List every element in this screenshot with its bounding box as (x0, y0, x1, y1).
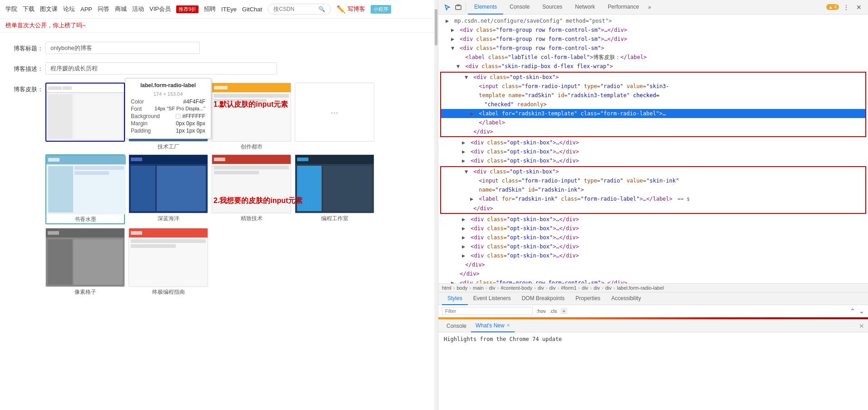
expand-arrow-22[interactable]: ▶ (462, 224, 467, 232)
expand-arrow-28[interactable]: ▶ (451, 279, 456, 283)
tab-sources[interactable]: Sources (536, 0, 569, 15)
collapse-arrow-3[interactable]: ▼ (451, 44, 456, 52)
tab-event-listeners[interactable]: Event Listeners (468, 292, 516, 305)
skin-item-book[interactable]: 书香水墨 (45, 154, 125, 224)
nav-iteye[interactable]: ITEye (221, 6, 237, 13)
nav-imgcourse[interactable]: 图文课 (40, 5, 58, 13)
mini-btn[interactable]: 小程序 (371, 5, 391, 14)
console-close-btn[interactable]: ✕ (859, 322, 864, 330)
expand-arrow-15[interactable]: ▶ (462, 157, 467, 165)
html-line-17[interactable]: <input class="form-radio-input" type="ra… (441, 176, 865, 185)
title-input[interactable] (45, 42, 200, 54)
tab-more[interactable]: » (645, 4, 654, 10)
html-line-9[interactable]: "checked" readonly> (441, 100, 865, 109)
html-line-8[interactable]: template name="radSkin" id="radskin3-tem… (441, 91, 865, 100)
skin-item-creative[interactable]: 创作都市 (212, 83, 291, 151)
html-line-10[interactable]: ▶ <label for="radskin3-template" class="… (441, 109, 865, 118)
html-line-23[interactable]: ▶ <div class="opt-skin-box">…</div> (438, 233, 868, 242)
nav-activity[interactable]: 活动 (132, 5, 144, 13)
breadcrumb-main[interactable]: main (473, 285, 484, 291)
html-line-20[interactable]: </div> (441, 204, 865, 213)
search-box[interactable]: 🔍 (268, 4, 331, 15)
filter-plus[interactable]: + (560, 308, 567, 314)
expand-arrow-1[interactable]: ▶ (451, 26, 456, 34)
html-line-26[interactable]: </div> (438, 260, 868, 269)
filter-input[interactable] (442, 307, 533, 315)
expand-arrow-14[interactable]: ▶ (462, 148, 467, 156)
skin-item-ultimate[interactable]: 终极编程指南 (129, 228, 208, 296)
html-line-12[interactable]: </div> (441, 127, 865, 136)
box-tool-icon[interactable] (453, 2, 464, 13)
search-input[interactable] (273, 6, 316, 12)
ranking-bar[interactable]: 榜单首次大公开，你上榜了吗~ (0, 19, 438, 33)
html-line-15[interactable]: ▶ <div class="opt-skin-box">…</div> (438, 156, 868, 165)
html-line-3[interactable]: ▼ <div class="form-group row form-contro… (438, 44, 868, 53)
html-line-5[interactable]: ▼ <div class="skin-radip-box d-flex flex… (438, 62, 868, 71)
whatsnew-close-icon[interactable]: ✕ (506, 323, 510, 328)
html-line-19[interactable]: ▶ <label for="radskin-ink" class="form-r… (441, 194, 865, 204)
breadcrumb-div1[interactable]: div (489, 285, 496, 291)
html-line-13[interactable]: ▶ <div class="opt-skin-box">…</div> (438, 138, 868, 147)
expand-arrow-25[interactable]: ▶ (462, 252, 467, 260)
tab-accessibility[interactable]: Accessibility (606, 292, 646, 305)
tab-network[interactable]: Network (569, 0, 601, 15)
nav-download[interactable]: 下载 (23, 5, 35, 13)
nav-app[interactable]: APP (80, 6, 92, 13)
tab-console[interactable]: Console (503, 0, 536, 15)
html-line[interactable]: ▶ mp.csdn.net/configure/saveConfig" meth… (438, 16, 868, 25)
scrollbar[interactable] (434, 0, 438, 410)
expand-arrow-19[interactable]: ▶ (470, 195, 476, 203)
html-line-4[interactable]: <label class="labTitle col-form-label">博… (438, 53, 868, 62)
breadcrumb-div3[interactable]: div (549, 285, 556, 291)
nav-vip[interactable]: VIP会员 (149, 5, 171, 13)
nav-forum[interactable]: 论坛 (63, 5, 75, 13)
write-btn[interactable]: 写博客 (347, 5, 365, 13)
tab-dom-breakpoints[interactable]: DOM Breakpoints (516, 292, 570, 305)
breadcrumb-content-body[interactable]: #content-body (501, 285, 532, 291)
nav-shop[interactable]: 商城 (115, 5, 127, 13)
html-line-28[interactable]: ▶ <div class="form-group row form-contro… (438, 278, 868, 283)
nav-gitchat[interactable]: GitChat (242, 6, 262, 13)
breadcrumb-label[interactable]: label.form-radio-label (617, 285, 664, 291)
skin-item-default[interactable]: label.form-radio-label 174 × 153.04 Colo… (45, 83, 125, 151)
nav-recruit[interactable]: 招聘 (204, 5, 216, 13)
expand-arrow-24[interactable]: ▶ (462, 242, 467, 251)
expand-arrow-23[interactable]: ▶ (462, 233, 467, 242)
expand-arrow-10[interactable]: ▶ (470, 109, 476, 118)
console-tab-console[interactable]: Console (442, 320, 471, 332)
nav-academy[interactable]: 学院 (5, 5, 17, 13)
filter-cls[interactable]: .cls (550, 308, 557, 314)
breadcrumb-form1[interactable]: #form1 (561, 285, 576, 291)
html-line-24[interactable]: ▶ <div class="opt-skin-box">…</div> (438, 242, 868, 251)
breadcrumb-div6[interactable]: div (605, 285, 611, 291)
nav-qa[interactable]: 问答 (98, 5, 109, 13)
expand-arrow-21[interactable]: ▶ (462, 215, 467, 223)
collapse-arrow-16[interactable]: ▼ (465, 168, 470, 176)
filter-chevron-up[interactable]: ⌃ (850, 307, 855, 315)
html-line-1[interactable]: ▶ <div class="form-group row form-contro… (438, 25, 868, 35)
expand-arrow-13[interactable]: ▶ (462, 138, 467, 147)
filter-hov[interactable]: :hov (536, 308, 546, 314)
skin-item-ocean[interactable]: 深蓝海洋 (129, 154, 208, 224)
collapse-arrow-6[interactable]: ▼ (465, 73, 470, 81)
collapse-arrow-5[interactable]: ▼ (456, 62, 462, 70)
breadcrumb-div5[interactable]: div (594, 285, 600, 291)
html-line-6[interactable]: ▼ <div class="opt-skin-box"> (441, 73, 865, 82)
html-line-7[interactable]: <input class="form-radio-input" type="ra… (441, 82, 865, 91)
skin-item-photo[interactable]: 像素格子 (45, 228, 125, 296)
expand-arrow-2[interactable]: ▶ (451, 35, 456, 43)
html-line-14[interactable]: ▶ <div class="opt-skin-box">…</div> (438, 147, 868, 156)
html-line-2[interactable]: ▶ <div class="form-group row form-contro… (438, 35, 868, 44)
filter-chevron-down[interactable]: ⌄ (859, 307, 864, 315)
breadcrumb-div2[interactable]: div (538, 285, 544, 291)
html-line-25[interactable]: ▶ <div class="opt-skin-box">…</div> (438, 251, 868, 260)
close-icon[interactable]: ✕ (853, 2, 864, 13)
tab-styles[interactable]: Styles (442, 292, 468, 305)
html-line-11[interactable]: </label> (441, 118, 865, 127)
tab-elements[interactable]: Elements (468, 0, 503, 15)
expand-arrow[interactable]: ▶ (446, 17, 451, 25)
html-line-18[interactable]: name="radSkin" id="radskin-ink"> (441, 185, 865, 194)
tab-properties[interactable]: Properties (570, 292, 606, 305)
vip-badge[interactable]: 推荐9折 (176, 5, 198, 13)
html-line-27[interactable]: </div> (438, 269, 868, 278)
